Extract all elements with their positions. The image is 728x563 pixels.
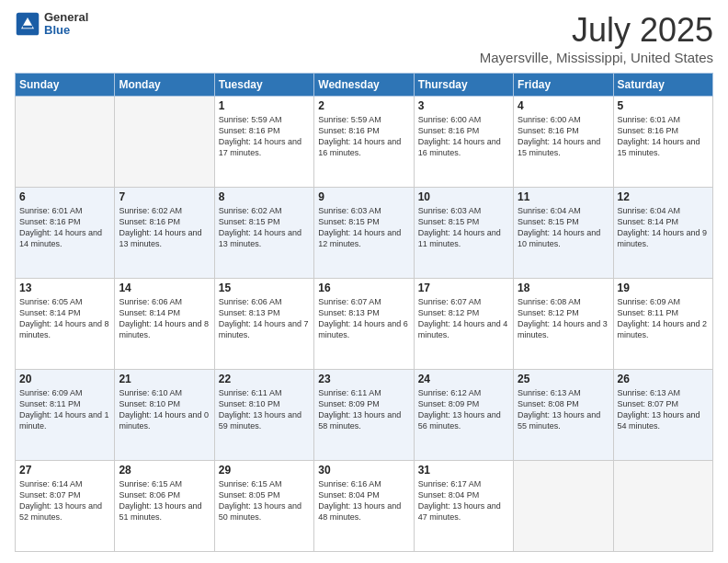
day-info: Sunrise: 6:13 AM Sunset: 8:08 PM Dayligh…: [518, 387, 609, 432]
calendar-day-cell: 9Sunrise: 6:03 AM Sunset: 8:15 PM Daylig…: [314, 188, 414, 279]
calendar-week-row: 13Sunrise: 6:05 AM Sunset: 8:14 PM Dayli…: [16, 279, 713, 370]
logo-blue: Blue: [44, 24, 88, 37]
logo-text: General Blue: [44, 11, 88, 38]
calendar-day-cell: 15Sunrise: 6:06 AM Sunset: 8:13 PM Dayli…: [214, 279, 313, 370]
day-info: Sunrise: 6:07 AM Sunset: 8:12 PM Dayligh…: [418, 296, 509, 341]
day-number: 14: [119, 282, 210, 294]
day-info: Sunrise: 6:01 AM Sunset: 8:16 PM Dayligh…: [618, 114, 709, 159]
day-info: Sunrise: 6:06 AM Sunset: 8:14 PM Dayligh…: [119, 296, 210, 341]
calendar-header-row: Sunday Monday Tuesday Wednesday Thursday…: [16, 74, 713, 97]
subtitle: Mayersville, Mississippi, United States: [480, 50, 713, 65]
day-info: Sunrise: 6:15 AM Sunset: 8:05 PM Dayligh…: [219, 478, 310, 523]
day-number: 31: [418, 464, 509, 477]
col-friday: Friday: [514, 74, 613, 97]
day-number: 26: [618, 373, 709, 385]
calendar-day-cell: [514, 461, 613, 552]
svg-rect-2: [23, 26, 33, 29]
day-info: Sunrise: 6:02 AM Sunset: 8:16 PM Dayligh…: [119, 205, 210, 250]
day-info: Sunrise: 6:11 AM Sunset: 8:09 PM Dayligh…: [318, 387, 409, 432]
day-info: Sunrise: 6:09 AM Sunset: 8:11 PM Dayligh…: [618, 296, 709, 341]
col-wednesday: Wednesday: [314, 74, 414, 97]
day-info: Sunrise: 6:17 AM Sunset: 8:04 PM Dayligh…: [418, 478, 509, 523]
calendar-day-cell: 22Sunrise: 6:11 AM Sunset: 8:10 PM Dayli…: [214, 370, 313, 461]
calendar-week-row: 20Sunrise: 6:09 AM Sunset: 8:11 PM Dayli…: [16, 370, 713, 461]
day-number: 4: [518, 99, 609, 112]
logo-icon: [15, 11, 40, 37]
col-saturday: Saturday: [613, 74, 712, 97]
day-info: Sunrise: 6:14 AM Sunset: 8:07 PM Dayligh…: [19, 478, 110, 523]
day-info: Sunrise: 6:01 AM Sunset: 8:16 PM Dayligh…: [19, 205, 110, 250]
calendar-day-cell: 25Sunrise: 6:13 AM Sunset: 8:08 PM Dayli…: [514, 370, 613, 461]
day-info: Sunrise: 6:00 AM Sunset: 8:16 PM Dayligh…: [418, 114, 509, 159]
day-info: Sunrise: 6:04 AM Sunset: 8:15 PM Dayligh…: [518, 205, 609, 250]
day-info: Sunrise: 6:16 AM Sunset: 8:04 PM Dayligh…: [318, 478, 409, 523]
day-number: 5: [618, 99, 709, 112]
day-number: 3: [418, 99, 509, 112]
day-number: 2: [318, 99, 409, 112]
calendar-table: Sunday Monday Tuesday Wednesday Thursday…: [15, 73, 713, 552]
calendar-day-cell: 17Sunrise: 6:07 AM Sunset: 8:12 PM Dayli…: [414, 279, 513, 370]
day-number: 30: [318, 464, 409, 477]
calendar-day-cell: 14Sunrise: 6:06 AM Sunset: 8:14 PM Dayli…: [115, 279, 214, 370]
calendar-day-cell: 1Sunrise: 5:59 AM Sunset: 8:16 PM Daylig…: [214, 97, 313, 188]
logo-general: General: [44, 11, 88, 24]
calendar-day-cell: 6Sunrise: 6:01 AM Sunset: 8:16 PM Daylig…: [16, 188, 115, 279]
day-info: Sunrise: 6:10 AM Sunset: 8:10 PM Dayligh…: [119, 387, 210, 432]
calendar-day-cell: 13Sunrise: 6:05 AM Sunset: 8:14 PM Dayli…: [16, 279, 115, 370]
day-number: 22: [219, 373, 310, 385]
calendar-day-cell: 4Sunrise: 6:00 AM Sunset: 8:16 PM Daylig…: [514, 97, 613, 188]
day-info: Sunrise: 6:08 AM Sunset: 8:12 PM Dayligh…: [518, 296, 609, 341]
calendar-day-cell: 23Sunrise: 6:11 AM Sunset: 8:09 PM Dayli…: [314, 370, 414, 461]
day-number: 24: [418, 373, 509, 385]
title-area: July 2025 Mayersville, Mississippi, Unit…: [480, 11, 713, 65]
day-number: 29: [219, 464, 310, 477]
calendar-day-cell: 16Sunrise: 6:07 AM Sunset: 8:13 PM Dayli…: [314, 279, 414, 370]
calendar-day-cell: 26Sunrise: 6:13 AM Sunset: 8:07 PM Dayli…: [613, 370, 712, 461]
calendar-day-cell: 18Sunrise: 6:08 AM Sunset: 8:12 PM Dayli…: [514, 279, 613, 370]
day-number: 25: [518, 373, 609, 385]
calendar-day-cell: 10Sunrise: 6:03 AM Sunset: 8:15 PM Dayli…: [414, 188, 513, 279]
day-info: Sunrise: 6:02 AM Sunset: 8:15 PM Dayligh…: [219, 205, 310, 250]
day-info: Sunrise: 6:00 AM Sunset: 8:16 PM Dayligh…: [518, 114, 609, 159]
calendar-day-cell: 2Sunrise: 5:59 AM Sunset: 8:16 PM Daylig…: [314, 97, 414, 188]
day-number: 6: [19, 190, 110, 203]
day-number: 8: [219, 190, 310, 203]
main-title: July 2025: [480, 11, 713, 50]
day-info: Sunrise: 6:06 AM Sunset: 8:13 PM Dayligh…: [219, 296, 310, 341]
day-info: Sunrise: 6:15 AM Sunset: 8:06 PM Dayligh…: [119, 478, 210, 523]
page: General Blue July 2025 Mayersville, Miss…: [0, 0, 728, 563]
calendar-day-cell: 8Sunrise: 6:02 AM Sunset: 8:15 PM Daylig…: [214, 188, 313, 279]
calendar-day-cell: [613, 461, 712, 552]
calendar-day-cell: 29Sunrise: 6:15 AM Sunset: 8:05 PM Dayli…: [214, 461, 313, 552]
day-number: 9: [318, 190, 409, 203]
logo: General Blue: [15, 11, 88, 38]
calendar-week-row: 1Sunrise: 5:59 AM Sunset: 8:16 PM Daylig…: [16, 97, 713, 188]
day-number: 15: [219, 282, 310, 294]
day-info: Sunrise: 6:03 AM Sunset: 8:15 PM Dayligh…: [418, 205, 509, 250]
calendar-week-row: 27Sunrise: 6:14 AM Sunset: 8:07 PM Dayli…: [16, 461, 713, 552]
day-info: Sunrise: 5:59 AM Sunset: 8:16 PM Dayligh…: [219, 114, 310, 159]
day-info: Sunrise: 6:04 AM Sunset: 8:14 PM Dayligh…: [618, 205, 709, 250]
day-number: 20: [19, 373, 110, 385]
day-info: Sunrise: 6:12 AM Sunset: 8:09 PM Dayligh…: [418, 387, 509, 432]
day-info: Sunrise: 6:13 AM Sunset: 8:07 PM Dayligh…: [618, 387, 709, 432]
day-info: Sunrise: 6:03 AM Sunset: 8:15 PM Dayligh…: [318, 205, 409, 250]
day-number: 23: [318, 373, 409, 385]
day-info: Sunrise: 6:07 AM Sunset: 8:13 PM Dayligh…: [318, 296, 409, 341]
day-number: 1: [219, 99, 310, 112]
col-sunday: Sunday: [16, 74, 115, 97]
day-info: Sunrise: 5:59 AM Sunset: 8:16 PM Dayligh…: [318, 114, 409, 159]
day-number: 13: [19, 282, 110, 294]
calendar-day-cell: 5Sunrise: 6:01 AM Sunset: 8:16 PM Daylig…: [613, 97, 712, 188]
day-number: 28: [119, 464, 210, 477]
calendar-day-cell: 19Sunrise: 6:09 AM Sunset: 8:11 PM Dayli…: [613, 279, 712, 370]
col-tuesday: Tuesday: [214, 74, 313, 97]
calendar-day-cell: 20Sunrise: 6:09 AM Sunset: 8:11 PM Dayli…: [16, 370, 115, 461]
calendar-day-cell: 3Sunrise: 6:00 AM Sunset: 8:16 PM Daylig…: [414, 97, 513, 188]
calendar-day-cell: 24Sunrise: 6:12 AM Sunset: 8:09 PM Dayli…: [414, 370, 513, 461]
day-info: Sunrise: 6:05 AM Sunset: 8:14 PM Dayligh…: [19, 296, 110, 341]
day-number: 10: [418, 190, 509, 203]
calendar-day-cell: 21Sunrise: 6:10 AM Sunset: 8:10 PM Dayli…: [115, 370, 214, 461]
calendar-day-cell: 28Sunrise: 6:15 AM Sunset: 8:06 PM Dayli…: [115, 461, 214, 552]
day-info: Sunrise: 6:11 AM Sunset: 8:10 PM Dayligh…: [219, 387, 310, 432]
